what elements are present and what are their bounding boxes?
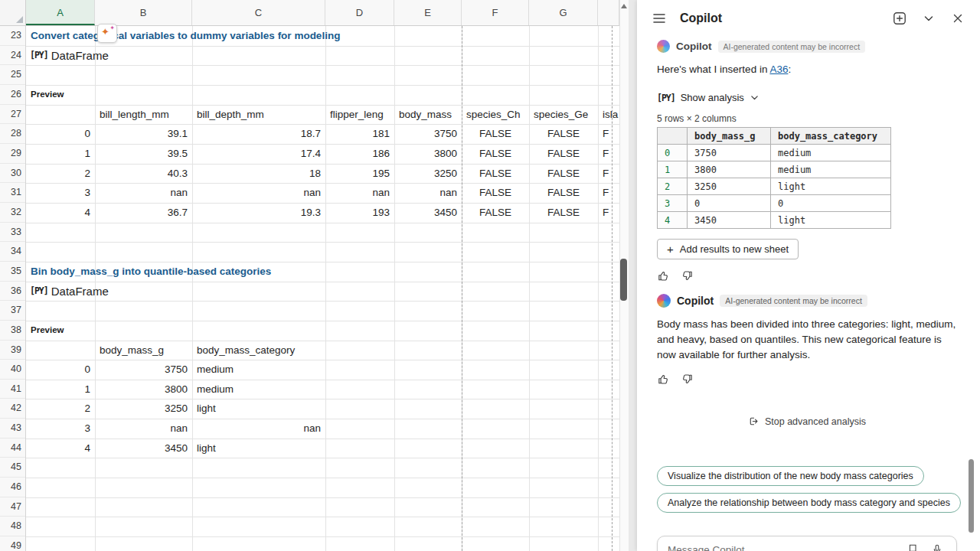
stop-advanced-analysis-button[interactable]: Stop advanced analysis (743, 415, 871, 428)
row-header-33[interactable]: 33 (0, 223, 25, 243)
close-pane-button[interactable] (948, 8, 968, 28)
cell-C30[interactable]: 18 (192, 164, 325, 184)
cell-B27[interactable]: bill_length_mm (95, 105, 192, 125)
row-header-34[interactable]: 34 (0, 242, 25, 262)
cell-H32[interactable]: F (598, 203, 619, 223)
cell-E27[interactable]: body_mass (394, 105, 462, 125)
cell-C42[interactable]: light (192, 399, 325, 419)
row-header-45[interactable]: 45 (0, 458, 25, 478)
cell-E31[interactable]: nan (394, 183, 462, 203)
cell-G29[interactable]: FALSE (529, 144, 598, 164)
thumbs-down-button[interactable] (681, 373, 694, 386)
dictate-button[interactable] (930, 543, 944, 551)
cell-A36[interactable]: [PY]DataFrame (26, 282, 95, 302)
cell-A29[interactable]: 1 (26, 144, 95, 164)
cell-E30[interactable]: 3250 (394, 164, 462, 184)
column-header-F[interactable]: F (462, 0, 529, 25)
row-header-30[interactable]: 30 (0, 164, 25, 184)
row-header-36[interactable]: 36 (0, 282, 25, 302)
cell-A41[interactable]: 1 (26, 380, 95, 399)
cell-H28[interactable]: F (598, 124, 619, 144)
collapse-pane-button[interactable] (919, 8, 939, 28)
cell-A30[interactable]: 2 (26, 164, 95, 184)
row-header-46[interactable]: 46 (0, 478, 25, 497)
cell-C44[interactable]: light (192, 439, 325, 458)
cell-D31[interactable]: nan (325, 183, 394, 203)
cell-C28[interactable]: 18.7 (192, 124, 325, 144)
cell-H30[interactable]: F (598, 164, 619, 184)
cell-G27[interactable]: species_Ge (529, 105, 598, 125)
copilot-cell-suggestion-button[interactable]: ✦ ✦ (97, 24, 117, 43)
cell-B40[interactable]: 3750 (95, 360, 192, 380)
column-header-B[interactable]: B (95, 0, 192, 25)
cell-G28[interactable]: FALSE (529, 124, 598, 144)
cell-C40[interactable]: medium (192, 360, 325, 380)
cell-A28[interactable]: 0 (26, 124, 95, 144)
cell-E29[interactable]: 3800 (394, 144, 462, 164)
cell-C27[interactable]: bill_depth_mm (192, 105, 325, 125)
thumbs-up-button[interactable] (657, 373, 670, 386)
cell-D27[interactable]: flipper_leng (325, 105, 394, 125)
cell-A32[interactable]: 4 (26, 203, 95, 223)
cell-A35[interactable]: Bin body_mass_g into quantile-based cate… (26, 262, 95, 282)
column-header-A[interactable]: A (26, 0, 95, 25)
row-header-39[interactable]: 39 (0, 341, 25, 360)
cell-D29[interactable]: 186 (325, 144, 394, 164)
suggestion-pill[interactable]: Analyze the relationship between body ma… (657, 493, 961, 513)
cell-B39[interactable]: body_mass_g (95, 341, 192, 360)
cell-H31[interactable]: F (598, 183, 619, 203)
cell-A23[interactable]: Convert categorical variables to dummy v… (26, 26, 95, 46)
row-header-29[interactable]: 29 (0, 144, 25, 164)
cell-G32[interactable]: FALSE (529, 203, 598, 223)
cell-A24[interactable]: [PY]DataFrame (26, 46, 95, 66)
row-header-32[interactable]: 32 (0, 203, 25, 223)
row-header-44[interactable]: 44 (0, 439, 25, 458)
row-header-48[interactable]: 48 (0, 517, 25, 536)
cell-G30[interactable]: FALSE (529, 164, 598, 184)
column-header-C[interactable]: C (192, 0, 325, 25)
sheet-scrollbar-thumb[interactable] (620, 259, 627, 301)
show-analysis-toggle[interactable]: [PY] Show analysis (657, 92, 760, 103)
menu-button[interactable] (649, 8, 669, 28)
row-header-43[interactable]: 43 (0, 419, 25, 439)
cell-C32[interactable]: 19.3 (192, 203, 325, 223)
suggestion-pill[interactable]: Visualize the distribution of the new bo… (657, 466, 924, 486)
cell-F28[interactable]: FALSE (462, 124, 529, 144)
column-header-G[interactable]: G (529, 0, 598, 25)
row-header-41[interactable]: 41 (0, 380, 25, 399)
cell-reference-link[interactable]: A36 (769, 64, 788, 75)
cell-B42[interactable]: 3250 (95, 399, 192, 419)
cell-A26[interactable]: Preview (26, 85, 95, 105)
cell-B30[interactable]: 40.3 (95, 164, 192, 184)
cell-C43[interactable]: nan (192, 419, 325, 439)
cell-F27[interactable]: species_Ch (462, 105, 529, 125)
row-header-42[interactable]: 42 (0, 399, 25, 419)
row-header-35[interactable]: 35 (0, 262, 25, 282)
row-header-26[interactable]: 26 (0, 85, 25, 105)
new-chat-button[interactable] (890, 8, 910, 28)
cell-G31[interactable]: FALSE (529, 183, 598, 203)
cell-B41[interactable]: 3800 (95, 380, 192, 399)
row-header-40[interactable]: 40 (0, 360, 25, 380)
column-header-partial[interactable] (598, 0, 619, 25)
cell-E32[interactable]: 3450 (394, 203, 462, 223)
cell-H29[interactable]: F (598, 144, 619, 164)
cell-F30[interactable]: FALSE (462, 164, 529, 184)
cell-H27[interactable]: isla (598, 105, 619, 125)
cell-A44[interactable]: 4 (26, 439, 95, 458)
cell-D30[interactable]: 195 (325, 164, 394, 184)
message-input[interactable]: Message Copilot (657, 536, 957, 551)
row-header-37[interactable]: 37 (0, 301, 25, 321)
select-all-corner[interactable] (0, 0, 26, 26)
cell-A43[interactable]: 3 (26, 419, 95, 439)
row-header-24[interactable]: 24 (0, 46, 25, 66)
cell-B32[interactable]: 36.7 (95, 203, 192, 223)
cell-C41[interactable]: medium (192, 380, 325, 399)
prompt-guide-button[interactable] (906, 543, 920, 551)
cell-B43[interactable]: nan (95, 419, 192, 439)
cell-D28[interactable]: 181 (325, 124, 394, 144)
column-header-E[interactable]: E (394, 0, 462, 25)
row-header-23[interactable]: 23 (0, 26, 25, 46)
row-header-47[interactable]: 47 (0, 497, 25, 517)
cell-D32[interactable]: 193 (325, 203, 394, 223)
